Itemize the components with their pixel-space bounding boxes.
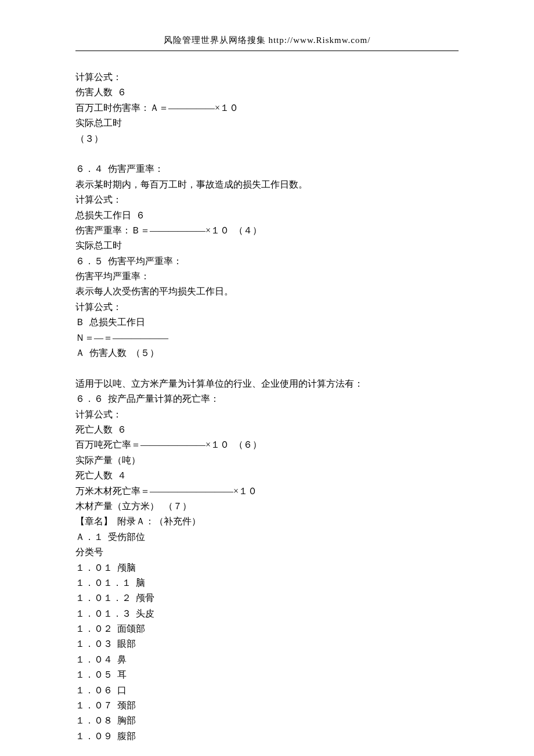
content-line: 死亡人数 ４: [75, 468, 459, 483]
content-line: ６．６ 按产品产量计算的死亡率：: [75, 391, 459, 406]
content-line: 实际产量（吨）: [75, 453, 459, 468]
content-line: 百万吨死亡率＝―――――――×１０ （６）: [75, 437, 459, 452]
content-line: 伤害平均严重率：: [75, 269, 459, 284]
content-line: 【章名】 附录Ａ：（补充件）: [75, 514, 459, 529]
content-line: 分类号: [75, 545, 459, 560]
header-text: 风险管理世界从网络搜集 http://www.Riskmw.com/: [164, 35, 371, 45]
content-line: １．０１．３ 头皮: [75, 606, 459, 621]
content-line: 计算公式：: [75, 300, 459, 315]
content-line: 总损失工作日 ６: [75, 208, 459, 223]
content-line: １．０２ 面颌部: [75, 621, 459, 636]
content-line: １．０３ 眼部: [75, 636, 459, 651]
content-line: ６．４ 伤害严重率：: [75, 161, 459, 177]
content-line: 万米木材死亡率＝―――――――――×１０: [75, 484, 459, 499]
content-line: [75, 146, 459, 161]
content-line: 计算公式：: [75, 70, 459, 85]
content-line: 伤害严重率：Ｂ＝――――――×１０ （４）: [75, 223, 459, 238]
content-line: 表示某时期内，每百万工时，事故造成的损失工作日数。: [75, 177, 459, 192]
content-line: １．０７ 颈部: [75, 698, 459, 713]
content-line: Ａ 伤害人数 （５）: [75, 345, 459, 361]
content-line: 表示每人次受伤害的平均损失工作日。: [75, 284, 459, 299]
content-line: 木材产量（立方米） （７）: [75, 499, 459, 514]
content-line: [75, 361, 459, 376]
content-line: 计算公式：: [75, 407, 459, 422]
content-line: 伤害人数 ６: [75, 85, 459, 100]
content-line: １．０１．１ 脑: [75, 575, 459, 591]
content-line: １．０９ 腹部: [75, 729, 459, 744]
content-line: Ａ．１ 受伤部位: [75, 530, 459, 545]
content-line: 百万工时伤害率：Ａ＝―――――×１０: [75, 100, 459, 116]
content-line: Ｎ＝―＝――――――: [75, 330, 459, 345]
content-line: １．０４ 鼻: [75, 652, 459, 667]
content-line: １．０１ 颅脑: [75, 560, 459, 575]
document-content: 计算公式： 伤害人数 ６ 百万工时伤害率：Ａ＝―――――×１０ 实际总工时 （３…: [75, 70, 459, 744]
content-line: １．０１．２ 颅骨: [75, 591, 459, 606]
content-line: ６．５ 伤害平均严重率：: [75, 254, 459, 269]
content-line: 实际总工时: [75, 116, 459, 131]
content-line: 死亡人数 ６: [75, 422, 459, 437]
header-divider: [75, 51, 459, 51]
content-line: Ｂ 总损失工作日: [75, 315, 459, 330]
page-header: 风险管理世界从网络搜集 http://www.Riskmw.com/: [75, 35, 459, 46]
content-line: 实际总工时: [75, 238, 459, 253]
content-line: （３）: [75, 131, 459, 146]
content-line: １．０８ 胸部: [75, 713, 459, 728]
content-line: 适用于以吨、立方米产量为计算单位的行业、企业使用的计算方法有：: [75, 376, 459, 391]
content-line: １．０５ 耳: [75, 667, 459, 682]
content-line: １．０６ 口: [75, 683, 459, 698]
content-line: 计算公式：: [75, 192, 459, 207]
